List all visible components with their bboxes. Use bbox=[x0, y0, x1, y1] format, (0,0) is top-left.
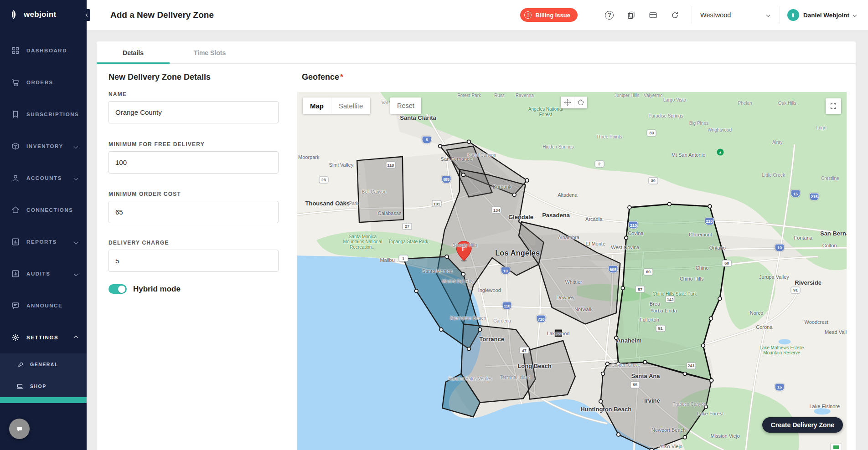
form-section-title: New Delivery Zone Details bbox=[108, 72, 211, 82]
zone-vertex-dot[interactable] bbox=[621, 286, 625, 290]
map-type-control: Map Satellite bbox=[303, 97, 370, 114]
map-view-button[interactable]: Map bbox=[303, 97, 331, 114]
divider bbox=[692, 6, 692, 24]
min-order-cost-input[interactable] bbox=[108, 201, 279, 223]
draw-polygon-tool-button[interactable] bbox=[574, 97, 587, 108]
sidebar-item-label: REPORTS bbox=[26, 239, 57, 245]
user-menu[interactable]: Daniel Webjoint bbox=[785, 9, 858, 21]
zone-vertex-dot[interactable] bbox=[462, 272, 465, 276]
sidebar-item-label: SUBSCRIPTIONS bbox=[26, 112, 79, 117]
hybrid-mode-toggle[interactable] bbox=[108, 284, 127, 294]
help-button[interactable]: ? bbox=[601, 7, 618, 23]
zone-vertex-dot[interactable] bbox=[702, 344, 705, 348]
dashboard-icon bbox=[11, 46, 20, 55]
sidebar-item-subscriptions[interactable]: SUBSCRIPTIONS bbox=[0, 98, 87, 130]
zone-vertex-dot[interactable] bbox=[718, 297, 722, 301]
zone-vertex-dot[interactable] bbox=[462, 173, 465, 177]
tab-bar: Details Time Slots bbox=[97, 41, 856, 64]
pages-icon bbox=[627, 11, 636, 20]
chevron-down-icon bbox=[766, 13, 770, 17]
zone-vertex-dot[interactable] bbox=[625, 236, 628, 240]
map-canvas: F bbox=[297, 92, 847, 450]
delivery-charge-input[interactable] bbox=[108, 250, 279, 272]
tab-details[interactable]: Details bbox=[97, 41, 170, 64]
zone-vertex-dot[interactable] bbox=[643, 360, 647, 364]
min-free-delivery-input[interactable] bbox=[108, 151, 279, 174]
sidebar-subitem-general[interactable]: GENERAL bbox=[0, 353, 87, 375]
zone-polygon[interactable] bbox=[357, 157, 403, 222]
zone-vertex-dot[interactable] bbox=[439, 144, 442, 148]
zone-vertex-dot[interactable] bbox=[650, 448, 654, 450]
zone-vertex-dot[interactable] bbox=[525, 179, 529, 182]
sidebar-item-label: ANNOUNCE bbox=[26, 303, 62, 308]
bookmark-icon bbox=[11, 110, 20, 119]
create-delivery-zone-button[interactable]: Create Delivery Zone bbox=[762, 417, 843, 433]
sidebar-item-audits[interactable]: AUDITS bbox=[0, 258, 87, 290]
tab-time-slots[interactable]: Time Slots bbox=[170, 41, 250, 64]
zone-vertex-dot[interactable] bbox=[467, 347, 471, 351]
zone-vertex-dot[interactable] bbox=[512, 193, 516, 197]
geofence-map[interactable]: F Val VerdeRussForest ParkRavennaJuniper… bbox=[297, 92, 847, 450]
location-select[interactable]: Westwood bbox=[698, 6, 774, 24]
satellite-view-button[interactable]: Satellite bbox=[331, 97, 370, 114]
zone-vertex-dot[interactable] bbox=[605, 362, 609, 366]
sidebar-item-inventory[interactable]: INVENTORY bbox=[0, 130, 87, 162]
chat-widget-button[interactable] bbox=[9, 419, 30, 439]
sidebar-item-label: ORDERS bbox=[26, 80, 53, 85]
sidebar-item-dashboard[interactable]: DASHBOARD bbox=[0, 35, 87, 66]
help-icon: ? bbox=[605, 11, 614, 20]
chat-icon bbox=[15, 424, 24, 434]
sidebar-item-announce[interactable]: ANNOUNCE bbox=[0, 290, 87, 322]
zone-vertex-dot[interactable] bbox=[445, 255, 449, 259]
billing-issue-label: Billing issue bbox=[535, 12, 570, 19]
pan-tool-button[interactable] bbox=[561, 97, 574, 108]
billing-card-button[interactable] bbox=[645, 7, 661, 23]
zone-vertex-dot[interactable] bbox=[709, 317, 713, 320]
refresh-button[interactable] bbox=[667, 7, 683, 23]
min-free-delivery-label: MINIMUM FOR FREE DELIVERY bbox=[108, 141, 205, 148]
sidebar-subitem-shop[interactable]: SHOP bbox=[0, 375, 87, 397]
sidebar-item-orders[interactable]: ORDERS bbox=[0, 66, 87, 98]
billing-issue-badge[interactable]: ! Billing issue bbox=[520, 8, 578, 22]
sidebar-subitem-partial-highlight[interactable] bbox=[0, 397, 87, 403]
zone-vertex-dot[interactable] bbox=[478, 328, 482, 332]
sidebar-item-reports[interactable]: REPORTS bbox=[0, 226, 87, 258]
sidebar-item-settings[interactable]: SETTINGS bbox=[0, 322, 87, 353]
zone-vertex-dot[interactable] bbox=[710, 378, 713, 382]
zone-vertex-dot[interactable] bbox=[599, 399, 603, 403]
zone-vertex-dot[interactable] bbox=[708, 205, 712, 208]
zone-vertex-dot[interactable] bbox=[617, 362, 620, 366]
zone-vertex-dot[interactable] bbox=[667, 202, 671, 206]
sidebar-item-accounts[interactable]: ACCOUNTS bbox=[0, 162, 87, 194]
pages-button[interactable] bbox=[623, 7, 640, 23]
name-input[interactable] bbox=[108, 101, 279, 123]
zone-vertex-dot[interactable] bbox=[683, 372, 687, 376]
map-fullscreen-button[interactable] bbox=[826, 98, 841, 114]
zone-vertex-dot[interactable] bbox=[617, 433, 620, 436]
avatar bbox=[787, 9, 799, 21]
sidebar-item-connections[interactable]: CONNECTIONS bbox=[0, 194, 87, 226]
sidebar-item-label: DASHBOARD bbox=[26, 48, 67, 53]
wrench-icon bbox=[16, 360, 24, 369]
chevron-down-icon bbox=[853, 13, 857, 17]
pan-icon bbox=[564, 99, 571, 106]
zone-vertex-dot[interactable] bbox=[601, 372, 605, 376]
chevron-up-icon bbox=[74, 335, 78, 340]
zone-vertex-dot[interactable] bbox=[628, 206, 631, 210]
zone-vertex-dot[interactable] bbox=[615, 336, 618, 340]
zone-vertex-square[interactable] bbox=[555, 330, 561, 336]
brand-logo[interactable]: webjoint bbox=[0, 0, 87, 29]
map-zoom-control[interactable] bbox=[830, 444, 842, 450]
zone-vertex-dot[interactable] bbox=[414, 289, 418, 293]
zone-vertex-dot[interactable] bbox=[683, 435, 687, 439]
zone-vertex-dot[interactable] bbox=[704, 405, 708, 409]
hybrid-mode-label: Hybrid mode bbox=[133, 285, 181, 294]
content-card: Details Time Slots New Delivery Zone Det… bbox=[97, 41, 856, 450]
zone-vertex-dot[interactable] bbox=[439, 328, 443, 332]
zone-vertex-dot[interactable] bbox=[402, 257, 405, 261]
sidebar-collapse-button[interactable] bbox=[83, 9, 90, 21]
map-reset-button[interactable]: Reset bbox=[390, 97, 421, 114]
zone-vertex-dot[interactable] bbox=[467, 140, 471, 143]
geofence-label: Geofence bbox=[302, 72, 339, 82]
zone-vertex-dot[interactable] bbox=[723, 259, 727, 263]
